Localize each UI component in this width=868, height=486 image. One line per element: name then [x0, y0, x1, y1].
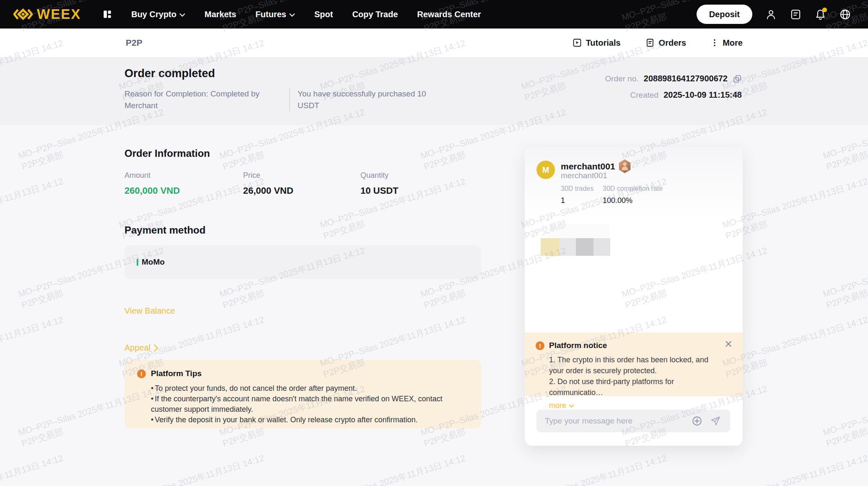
- completion-reason: Reason for Completion: Completed by Merc…: [124, 88, 272, 112]
- completion-rate-label: 30D completion rate: [603, 185, 663, 192]
- tip-item: Verify the deposit in your bank or walle…: [151, 415, 469, 425]
- tutorials-icon: [572, 38, 582, 48]
- attach-plus-icon[interactable]: [692, 416, 702, 426]
- platform-tips-box: ! Platform Tips To protect your funds, d…: [124, 360, 481, 429]
- watermark-text: MO–P2P–Silas 2025年11月13日 14:12P2P交易部: [0, 314, 67, 379]
- notice-line: 2. Do not use third-party platforms for …: [549, 376, 724, 398]
- merchant-subname: merchant001: [561, 171, 607, 180]
- bell-icon[interactable]: [814, 8, 827, 21]
- weex-logo-icon: [13, 8, 33, 21]
- watermark-text: MO–P2P–Silas 2025年11月13日 14:12P2P交易部: [721, 175, 868, 241]
- platform-tips-list: To protect your funds, do not cancel the…: [137, 383, 469, 425]
- main-nav: Buy Crypto Markets Futures Spot Copy Tra…: [131, 10, 481, 19]
- amount-label: Amount: [124, 171, 150, 180]
- merchant-chat-panel: M merchant001 merchant001 30D trades 30D…: [525, 147, 743, 446]
- tutorials-button[interactable]: Tutorials: [572, 38, 621, 48]
- watermark-text: MO–P2P–Silas 2025年11月13日 14:12P2P交易部: [520, 452, 671, 486]
- apps-grid-icon[interactable]: [102, 9, 113, 20]
- quantity-label: Quantity: [360, 171, 389, 180]
- watermark-text: MO–P2P–Silas 2025年11月13日 14:12P2P交易部: [821, 383, 868, 449]
- payment-method-name: MoMo: [142, 257, 165, 267]
- redacted-message-block: [593, 238, 610, 256]
- nav-label: Rewards Center: [417, 10, 481, 19]
- nav-label: Markets: [205, 10, 236, 19]
- support-chat-icon[interactable]: [790, 8, 802, 21]
- order-status-title: Order completed: [124, 67, 215, 80]
- nav-label: Copy Trade: [352, 10, 398, 19]
- globe-icon[interactable]: [839, 8, 851, 21]
- amount-value: 260,000 VND: [124, 185, 180, 196]
- created-row: Created 2025-10-09 11:15:48: [630, 90, 742, 100]
- platform-tips-header: ! Platform Tips: [137, 369, 469, 378]
- watermark-text: MO–P2P–Silas 2025年11月13日 14:12P2P交易部: [821, 244, 868, 310]
- chevron-right-icon: [154, 344, 158, 352]
- chat-input-bar: [536, 410, 730, 432]
- tip-item: If the counterparty's account name doesn…: [151, 394, 469, 415]
- notice-more-link[interactable]: more: [549, 401, 732, 410]
- watermark-text: MO–P2P–Silas 2025年11月13日 14:12P2P交易部: [721, 452, 868, 486]
- nav-futures[interactable]: Futures: [256, 10, 295, 19]
- more-label: More: [723, 38, 743, 48]
- purchase-summary: You have successfully purchased 10 USDT: [289, 88, 432, 112]
- tutorials-label: Tutorials: [586, 38, 621, 48]
- order-no-value: 208898164127900672: [644, 74, 728, 83]
- watermark-text: MO–P2P–Silas 2025年11月13日 14:12P2P交易部: [0, 175, 67, 241]
- avatar[interactable]: M: [536, 161, 555, 179]
- notice-line: 1. The crypto in this order has been loc…: [549, 354, 724, 376]
- nav-markets[interactable]: Markets: [205, 10, 236, 19]
- nav-label: Futures: [256, 10, 286, 19]
- price-label: Price: [243, 171, 260, 180]
- more-dots-icon: [710, 38, 719, 48]
- payment-method-heading: Payment method: [124, 224, 205, 236]
- completion-rate-value: 100.00%: [603, 196, 632, 205]
- p2p-subheader: P2P Tutorials Orders More: [0, 29, 868, 57]
- appeal-label: Appeal: [124, 343, 150, 353]
- nav-label: Buy Crypto: [131, 10, 176, 19]
- order-no-label: Order no.: [605, 74, 639, 83]
- chevron-down-icon: [569, 404, 574, 408]
- merchant-name[interactable]: merchant001: [561, 161, 615, 172]
- warning-icon: !: [137, 369, 146, 378]
- warning-icon: !: [536, 341, 544, 350]
- created-value: 2025-10-09 11:15:48: [663, 90, 742, 100]
- nav-rewards-center[interactable]: Rewards Center: [417, 10, 481, 19]
- payment-accent-bar: [137, 259, 138, 266]
- weex-logo[interactable]: WEEX: [13, 6, 81, 22]
- nav-spot[interactable]: Spot: [314, 10, 333, 19]
- redacted-message-block: [559, 238, 576, 256]
- order-status-banner: Order completed Reason for Completion: C…: [0, 57, 868, 125]
- view-balance-link[interactable]: View Balance: [124, 306, 175, 316]
- platform-notice-title: Platform notice: [549, 341, 607, 350]
- tip-item: To protect your funds, do not cancel the…: [151, 383, 469, 394]
- user-icon[interactable]: [765, 8, 777, 21]
- price-value: 26,000 VND: [243, 185, 293, 196]
- copy-icon[interactable]: [733, 74, 742, 83]
- watermark-text: MO–P2P–Silas 2025年11月13日 14:12P2P交易部: [721, 314, 868, 379]
- nav-buy-crypto[interactable]: Buy Crypto: [131, 10, 185, 19]
- platform-tips-title: Platform Tips: [151, 369, 202, 378]
- watermark-text: MO–P2P–Silas 2025年11月13日 14:12P2P交易部: [117, 452, 269, 486]
- appeal-link[interactable]: Appeal: [124, 343, 158, 353]
- created-label: Created: [630, 91, 659, 100]
- order-meta: Order no. 208898164127900672 Created 202…: [605, 74, 742, 100]
- nav-label: Spot: [314, 10, 333, 19]
- notification-dot: [822, 8, 827, 12]
- orders-icon: [645, 38, 655, 48]
- order-number-row: Order no. 208898164127900672: [605, 74, 742, 83]
- nav-copy-trade[interactable]: Copy Trade: [352, 10, 398, 19]
- trades-30d-label: 30D trades: [561, 185, 593, 192]
- close-icon[interactable]: ✕: [724, 339, 733, 349]
- more-label: more: [549, 401, 566, 410]
- redacted-message-block: [576, 238, 593, 256]
- trades-30d-value: 1: [561, 196, 565, 205]
- send-icon[interactable]: [710, 416, 721, 426]
- deposit-button[interactable]: Deposit: [697, 5, 752, 24]
- watermark-text: MO–P2P–Silas 2025年11月13日 14:12P2P交易部: [0, 452, 67, 486]
- message-input[interactable]: [545, 416, 692, 426]
- page-title: P2P: [126, 38, 143, 48]
- orders-label: Orders: [659, 38, 687, 48]
- redacted-message: [548, 224, 609, 239]
- more-button[interactable]: More: [710, 38, 743, 48]
- orders-button[interactable]: Orders: [645, 38, 687, 48]
- platform-notice: ! Platform notice ✕ 1. The crypto in thi…: [525, 333, 743, 396]
